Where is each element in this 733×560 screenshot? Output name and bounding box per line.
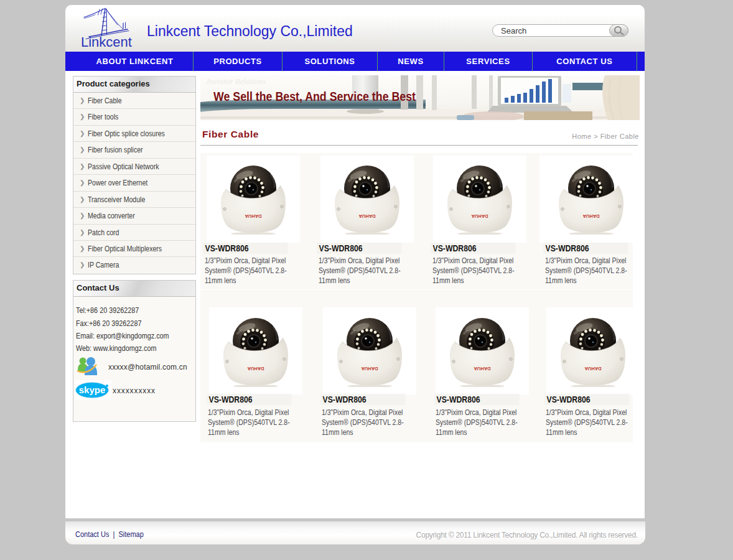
svg-text:skype: skype — [79, 385, 106, 395]
svg-text:We Sell the Best, And Service: We Sell the Best, And Service the Best — [213, 90, 416, 103]
svg-text:Investor Relations: Investor Relations — [206, 77, 266, 86]
